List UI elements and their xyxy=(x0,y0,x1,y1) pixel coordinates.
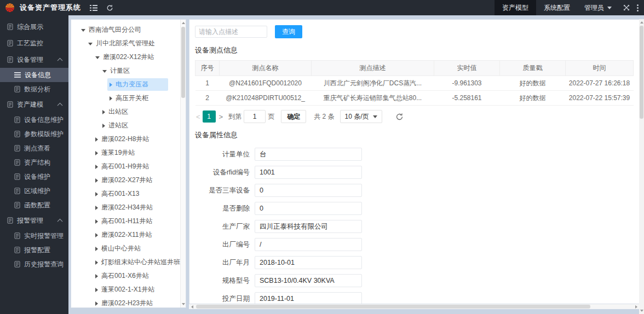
tree-node[interactable]: 计量区 xyxy=(71,64,186,78)
tree-node-inner[interactable]: 高石001-X13 xyxy=(93,188,142,200)
page-scrollbar-thumb[interactable] xyxy=(640,26,643,119)
scroll-right-icon[interactable] xyxy=(634,304,639,309)
tree-collapse-icon[interactable] xyxy=(95,247,98,251)
scroll-up-icon[interactable] xyxy=(639,20,644,25)
tree-node-inner[interactable]: 磨溪022-H34井站 xyxy=(93,201,156,214)
tree-collapse-icon[interactable] xyxy=(95,206,98,210)
tree-node-inner[interactable]: 磨溪022-H8井站 xyxy=(93,133,152,146)
form-input-spec-model[interactable] xyxy=(255,274,362,287)
tree-node-inner[interactable]: 高压开关柜 xyxy=(107,92,152,104)
tree-node-inner[interactable]: 灯影组末站中心井站巡井班 xyxy=(93,256,183,269)
tree-node-inner[interactable]: 电力变压器 xyxy=(107,78,168,91)
form-input-metering-unit[interactable] xyxy=(255,148,362,161)
tree-node[interactable]: 高石001-H9井站 xyxy=(71,160,186,173)
tree-node[interactable]: 蓬莱19井站 xyxy=(71,146,186,160)
horizontal-scrollbar[interactable] xyxy=(189,304,640,309)
tree-node[interactable]: 磨溪022-X27井站 xyxy=(71,173,186,187)
tree-collapse-icon[interactable] xyxy=(95,233,98,237)
tree-node[interactable]: 高压开关柜 xyxy=(71,91,186,105)
sidebar-item-alarm-config[interactable]: 报警配置 xyxy=(0,243,68,257)
tree-node[interactable]: 高石001-X6井站 xyxy=(71,269,186,283)
tree-expand-icon[interactable] xyxy=(95,56,100,59)
tree-node-inner[interactable]: 蓬莱19井站 xyxy=(93,147,138,159)
tree-node[interactable]: 磨溪022-X12井站 xyxy=(71,50,186,64)
tree-expand-icon[interactable] xyxy=(102,70,107,73)
tree-node-inner[interactable]: 蓬莱002-1-X1井站 xyxy=(93,283,158,296)
query-button[interactable]: 查询 xyxy=(275,25,302,38)
tree-collapse-icon[interactable] xyxy=(95,260,98,265)
sidebar-item-device-info-maint[interactable]: 设备信息维护 xyxy=(0,113,68,127)
tree-scrollbar-thumb[interactable] xyxy=(181,27,185,98)
sidebar-item-realtime-alarm[interactable]: 实时报警管理 xyxy=(0,229,68,243)
sidebar-item-point-view[interactable]: 测点查看 xyxy=(0,141,68,155)
tree-node[interactable]: 磨溪022-H23井站 xyxy=(71,296,186,308)
tree-node-inner[interactable]: 进站区 xyxy=(100,119,131,132)
tree-node[interactable]: 出站区 xyxy=(71,105,186,119)
refresh-icon[interactable] xyxy=(106,4,113,11)
more-dots-icon[interactable] xyxy=(635,4,644,11)
nav-asset-model[interactable]: 资产模型 xyxy=(495,0,536,15)
sidebar-item-data-analysis[interactable]: 数据分析 xyxy=(0,82,68,96)
tree-node-inner[interactable]: 高石001-H9井站 xyxy=(93,160,152,173)
tree-collapse-icon[interactable] xyxy=(95,165,98,169)
tree-node-inner[interactable]: 高石001-H11井站 xyxy=(93,215,156,228)
tree-node[interactable]: 进站区 xyxy=(71,119,186,132)
tree-collapse-icon[interactable] xyxy=(102,124,105,128)
form-input-rfid-no[interactable] xyxy=(255,166,362,179)
form-input-factory-date[interactable] xyxy=(255,256,362,269)
sidebar-item-function-config[interactable]: 函数配置 xyxy=(0,198,68,212)
tree-node-inner[interactable]: 横山中心井站 xyxy=(93,242,144,255)
tree-expand-icon[interactable] xyxy=(81,29,85,32)
tree-collapse-icon[interactable] xyxy=(95,137,98,142)
tree-node-inner[interactable]: 川中北部采气管理处 xyxy=(86,37,158,50)
form-input-commission-date[interactable] xyxy=(255,292,362,304)
tree-collapse-icon[interactable] xyxy=(110,83,112,87)
tree-collapse-icon[interactable] xyxy=(110,96,112,101)
sidebar-item-device-mgmt[interactable]: 设备管理 xyxy=(0,51,68,68)
sidebar-item-alarm-mgmt[interactable]: 报警管理 xyxy=(0,212,68,229)
nav-system-config[interactable]: 系统配置 xyxy=(536,0,578,15)
tree-node[interactable]: 磨溪022-H8井站 xyxy=(71,132,186,146)
tree-node[interactable]: 川中北部采气管理处 xyxy=(71,37,186,50)
tree-collapse-icon[interactable] xyxy=(95,192,98,196)
tree-node[interactable]: 灯影组末站中心井站巡井班 xyxy=(71,255,186,269)
tree-collapse-icon[interactable] xyxy=(95,301,98,306)
sidebar-item-area-maint[interactable]: 区域维护 xyxy=(0,184,68,198)
tree-node-inner[interactable]: 出站区 xyxy=(100,106,131,118)
goto-page-input[interactable] xyxy=(244,110,266,123)
tree-node-inner[interactable]: 高石001-X6井站 xyxy=(93,270,152,282)
tree-node-inner[interactable]: 西南油气田分公司 xyxy=(79,24,145,36)
tree-node-inner[interactable]: 磨溪022-H23井站 xyxy=(93,297,156,308)
form-input-factory-no[interactable] xyxy=(255,238,362,251)
sidebar-item-device-info[interactable]: 设备信息 xyxy=(0,68,68,82)
tree-node[interactable]: 电力变压器 xyxy=(71,78,186,91)
goto-confirm-button[interactable]: 确定 xyxy=(281,110,306,123)
tree-node[interactable]: 横山中心井站 xyxy=(71,242,186,255)
fullscreen-icon[interactable] xyxy=(618,0,635,15)
sidebar-item-history-alarm-query[interactable]: 历史报警查询 xyxy=(0,257,68,271)
tree-node-inner[interactable]: 磨溪022-X12井站 xyxy=(93,51,157,63)
sidebar-item-param-template-maint[interactable]: 参数模版维护 xyxy=(0,127,68,141)
tree-collapse-icon[interactable] xyxy=(95,178,98,183)
page-scrollbar[interactable] xyxy=(639,19,644,314)
tree-collapse-icon[interactable] xyxy=(95,274,98,278)
tree-collapse-icon[interactable] xyxy=(95,151,98,155)
page-current-button[interactable]: 1 xyxy=(203,111,216,123)
collapse-menu-icon[interactable] xyxy=(90,5,97,11)
tree-node-inner[interactable]: 磨溪022-X11井站 xyxy=(93,229,155,241)
tree-scrollbar[interactable] xyxy=(180,20,186,307)
page-size-select[interactable]: 10 条/页 xyxy=(340,110,382,123)
tree-node[interactable]: 高石001-X13 xyxy=(71,187,186,201)
sidebar-item-device-maint[interactable]: 设备维护 xyxy=(0,170,68,184)
table-row[interactable]: 2@K210248PDIRTU00512_重庆气矿长寿运销部集气总站80...-… xyxy=(196,91,634,106)
sidebar-item-process-monitor[interactable]: 工艺监控 xyxy=(0,35,68,51)
tree-node[interactable]: 高石001-H11井站 xyxy=(71,214,186,228)
tree-node[interactable]: 西南油气田分公司 xyxy=(71,23,186,37)
tree-node[interactable]: 蓬莱002-1-X1井站 xyxy=(71,283,186,296)
horizontal-scrollbar-thumb[interactable] xyxy=(196,305,590,309)
tree-node-inner[interactable]: 磨溪022-X27井站 xyxy=(93,174,156,187)
tree-collapse-icon[interactable] xyxy=(95,219,98,224)
scroll-down-icon[interactable] xyxy=(181,301,186,307)
table-row[interactable]: 1@N241601FQD0012020川西北广元剑阁净化厂DCS蒸汽...-9.… xyxy=(196,76,634,91)
sidebar-item-overview[interactable]: 综合展示 xyxy=(0,19,68,35)
